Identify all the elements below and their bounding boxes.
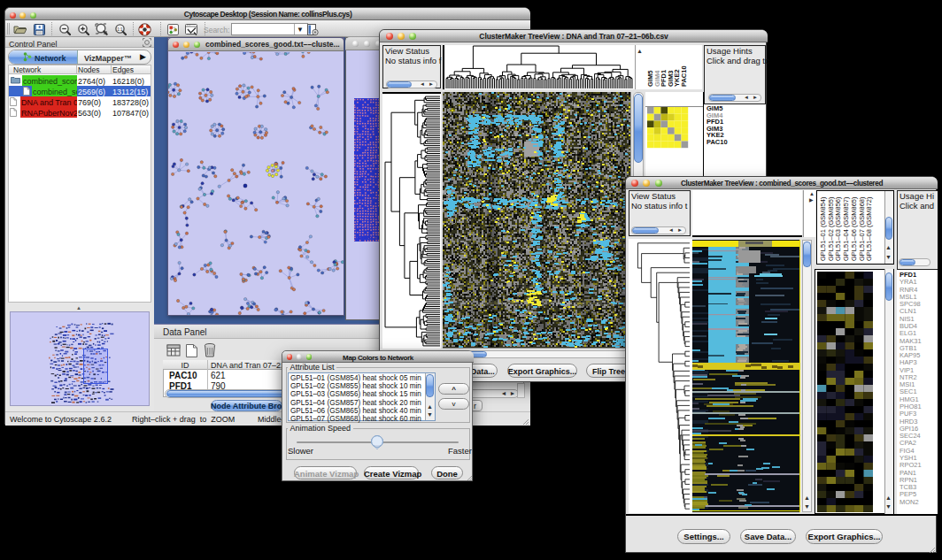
svg-text:GPL51–04 (GSM857): GPL51–04 (GSM857) xyxy=(842,196,850,261)
svg-text:GPL51–02 (GSM855): GPL51–02 (GSM855) xyxy=(827,196,835,261)
svg-text:GPL51–08 (GSM872): GPL51–08 (GSM872) xyxy=(865,196,873,261)
svg-text:GPL51–07 (GSM868): GPL51–07 (GSM868) xyxy=(858,196,866,261)
svg-text:GPL51–06 (GSM865): GPL51–06 (GSM865) xyxy=(850,196,858,261)
svg-text:GPL51–03 (GSM856): GPL51–03 (GSM856) xyxy=(834,196,842,261)
svg-text:PAC10: PAC10 xyxy=(680,65,688,87)
svg-text:1:1: 1:1 xyxy=(117,27,123,32)
svg-text:GPL51–01 (GSM854): GPL51–01 (GSM854) xyxy=(819,196,827,261)
